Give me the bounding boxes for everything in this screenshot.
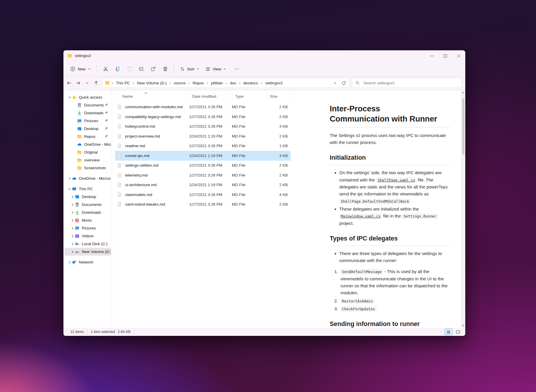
rename-button[interactable] [135, 64, 147, 74]
sort-ascending-indicator [144, 91, 148, 95]
titlebar[interactable]: settingsv2 [63, 50, 465, 61]
breadcrumb[interactable]: ›This PC›New Volume (D:)›source›Repos›pt… [102, 78, 349, 88]
breadcrumb-item[interactable]: New Volume (D:) [136, 81, 168, 85]
code-link[interactable]: Mainwindow.xaml.cs [339, 213, 382, 219]
column-header-type[interactable]: Type [235, 94, 270, 99]
file-row[interactable]: readme.md1/27/2021 3:26 PMMD File1 KB [115, 141, 290, 151]
breadcrumb-item[interactable]: This PC [115, 81, 131, 85]
column-header-name[interactable]: Name [112, 94, 192, 99]
sidebar-item-downloads[interactable]: Downloads [64, 209, 111, 216]
scrollbar-thumb[interactable] [462, 98, 464, 154]
copy-button[interactable] [111, 64, 123, 74]
sidebar-item-downloads[interactable]: Downloads [64, 109, 111, 117]
chevron-right-icon[interactable] [67, 176, 72, 181]
chevron-down-icon [196, 67, 199, 70]
file-row[interactable]: ui-architecture.md2/24/2021 1:19 PMMD Fi… [115, 180, 290, 190]
column-separator[interactable] [266, 93, 267, 99]
preview-scrollbar[interactable] [461, 90, 465, 328]
address-dropdown-button[interactable] [331, 79, 339, 87]
breadcrumb-item[interactable]: ptMain [210, 81, 224, 85]
chevron-right-icon[interactable] [70, 202, 75, 207]
up-button[interactable] [92, 79, 101, 87]
breadcrumb-item[interactable]: devdocs [242, 81, 259, 85]
file-row[interactable]: xaml-island-tweaks.md1/27/2021 3:26 PMMD… [115, 199, 290, 209]
status-divider [134, 330, 134, 334]
sidebar-item-this-pc[interactable]: This PC [64, 185, 111, 193]
sidebar-item-local-disk-c[interactable]: Local Disk (C:) [64, 240, 111, 248]
search-box[interactable] [352, 78, 462, 88]
window-controls [425, 50, 465, 61]
chevron-right-icon[interactable] [70, 218, 75, 223]
chevron-right-icon[interactable] [70, 195, 75, 199]
thumbnail-view-toggle[interactable] [454, 329, 462, 335]
pin-icon [104, 119, 108, 123]
recent-locations-button[interactable] [83, 79, 92, 87]
sidebar-item-repos[interactable]: Repos [64, 133, 111, 140]
breadcrumb-item[interactable]: source [173, 81, 187, 85]
minimize-button[interactable] [425, 50, 439, 61]
chevron-right-icon[interactable] [70, 226, 75, 231]
close-button[interactable] [452, 50, 465, 61]
chevron-right-icon[interactable] [70, 250, 75, 254]
chevron-right-icon[interactable] [70, 242, 75, 246]
sidebar-item-original[interactable]: Original [64, 148, 111, 156]
column-separator[interactable] [290, 93, 290, 99]
file-row[interactable]: telemetry.md1/27/2021 3:26 PMMD File2 KB [115, 170, 290, 180]
chevron-right-icon[interactable] [67, 260, 72, 265]
md-file-icon [117, 192, 122, 197]
chevron-down-icon[interactable] [67, 187, 72, 191]
forward-button[interactable] [74, 79, 83, 87]
sidebar-item-music[interactable]: Music [64, 216, 111, 224]
scroll-down-icon[interactable] [462, 323, 464, 328]
chevron-right-icon[interactable] [70, 210, 75, 215]
sort-button[interactable]: Sort [177, 64, 202, 74]
breadcrumb-item[interactable]: settingsv2 [264, 81, 284, 85]
sidebar-item-videos[interactable]: Videos [64, 232, 111, 240]
sidebar-item-pictures[interactable]: Pictures [64, 117, 111, 125]
list-item: SendDefaultMessage - This is used by all… [339, 268, 450, 296]
chevron-down-icon[interactable] [67, 95, 72, 100]
file-row[interactable]: communication-with-modules.md1/27/2021 3… [115, 102, 290, 112]
share-button[interactable] [147, 64, 159, 74]
details-view-toggle[interactable] [445, 329, 452, 335]
column-header-size[interactable]: Size [270, 94, 293, 99]
back-button[interactable] [65, 79, 74, 87]
see-more-button[interactable] [231, 64, 242, 74]
maximize-button[interactable] [439, 50, 452, 61]
file-row[interactable]: viewmodels.md1/27/2021 3:26 PMMD File4 K… [115, 190, 290, 200]
delete-button[interactable] [159, 64, 171, 74]
music-icon [75, 218, 79, 223]
sidebar-item-documents[interactable]: Documents [64, 101, 111, 109]
sidebar-item-pictures[interactable]: Pictures [64, 224, 111, 232]
cut-button[interactable] [100, 64, 111, 74]
chevron-right-icon[interactable] [70, 234, 75, 238]
breadcrumb-item[interactable]: Repos [192, 81, 205, 85]
refresh-button[interactable] [340, 79, 348, 87]
file-row[interactable]: project-overview.md2/24/2021 1:19 PMMD F… [115, 131, 290, 141]
file-row[interactable]: settings-utilities.md1/27/2021 3:26 PMMD… [115, 161, 290, 170]
sidebar-item-onedrive-micros[interactable]: OneDrive - Micros [64, 140, 111, 148]
file-row[interactable]: hotkeycontrol.md1/27/2021 3:26 PMMD File… [115, 122, 290, 131]
sidebar-item-desktop[interactable]: Desktop [64, 125, 111, 133]
breadcrumb-item[interactable]: doc [229, 81, 237, 85]
sidebar-item-network[interactable]: Network [64, 258, 111, 266]
sidebar-item-label: Videos [82, 234, 111, 238]
sidebar-item-screenshots[interactable]: Screenshots [64, 164, 111, 172]
sidebar-item-onedrive-microsof[interactable]: OneDrive - Microsof [64, 174, 111, 182]
code-link[interactable]: ShellPage.xaml.cs [376, 177, 417, 183]
sidebar-item-documents[interactable]: Documents [64, 201, 111, 209]
file-row[interactable]: compatibility-legacy-settings.md1/27/202… [115, 112, 290, 122]
sidebar-item-desktop[interactable]: Desktop [64, 193, 111, 201]
sidebar-item-quick-access[interactable]: Quick access [64, 93, 111, 101]
sidebar-item-new-volume-d[interactable]: New Volume (D:) [64, 248, 111, 256]
view-button[interactable]: View [202, 64, 229, 74]
scroll-up-icon[interactable] [462, 90, 464, 95]
file-row[interactable]: runner-ipc.md2/24/2021 1:19 PMMD File3 K… [115, 151, 290, 161]
paste-button[interactable] [123, 64, 135, 74]
column-separator[interactable] [232, 93, 232, 99]
new-button[interactable]: New [67, 64, 94, 74]
sidebar-item-overview[interactable]: overview [64, 156, 111, 164]
column-separator[interactable] [190, 93, 190, 99]
search-input[interactable] [363, 81, 458, 85]
column-header-date[interactable]: Date modified [192, 94, 235, 99]
